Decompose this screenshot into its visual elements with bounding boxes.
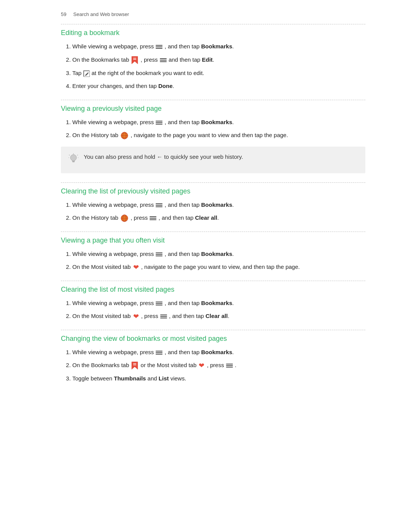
tip-box: You can also press and hold ← to quickly… [61,147,365,173]
section-viewing-often: Viewing a page that you often visit Whil… [61,232,365,272]
section-title-viewing-previously: Viewing a previously visited page [61,105,365,113]
editing-bookmark-steps: While viewing a webpage, press , and the… [72,42,365,91]
globe-history-icon-2 [121,214,128,222]
section-editing-bookmark: Editing a bookmark While viewing a webpa… [61,24,365,91]
section-clearing-most-visited: Clearing the list of most visited pages … [61,281,365,321]
heart-icon-2: ❤ [133,313,139,320]
svg-rect-11 [72,160,75,161]
tip-text: You can also press and hold ← to quickly… [84,153,243,161]
bookmarks-bold-6: Bookmarks [201,349,233,355]
step-1-4: Enter your changes, and then tap Done. [72,82,365,91]
bookmarks-bold-3: Bookmarks [201,201,233,208]
clear-all-bold: Clear all [195,214,217,221]
edit-pencil-icon [83,70,89,77]
step-1-3: Tap at the right of the bookmark you wan… [72,69,365,78]
section-label: Search and Web browser [73,11,129,17]
step-2-2: On the History tab , navigate to the pag… [72,131,365,140]
bookmark-tab-icon [131,56,138,64]
menu-icon-8 [160,313,167,320]
section-viewing-previously: Viewing a previously visited page While … [61,100,365,173]
svg-point-10 [70,155,76,161]
svg-marker-24 [132,362,138,369]
bookmarks-bold-5: Bookmarks [201,300,233,306]
step-4-1: While viewing a webpage, press , and the… [72,250,365,259]
clearing-previously-steps: While viewing a webpage, press , and the… [72,201,365,222]
svg-rect-25 [133,363,136,364]
page-header: 59 Search and Web browser [61,11,365,17]
list-bold: List [159,375,169,382]
step-6-1: While viewing a webpage, press , and the… [72,348,365,357]
svg-rect-1 [133,58,136,59]
svg-line-14 [69,155,70,155]
section-title-clearing-previously: Clearing the list of previously visited … [61,187,365,195]
section-changing-view: Changing the view of bookmarks or most v… [61,330,365,383]
menu-icon-5 [150,215,156,221]
step-5-2: On the Most visited tab ❤ , press , and … [72,312,365,321]
heart-icon-3: ❤ [199,362,204,369]
section-title-changing-view: Changing the view of bookmarks or most v… [61,335,365,343]
bookmarks-bold: Bookmarks [201,43,233,50]
bookmark-tab-icon-2 [131,361,138,370]
step-6-2: On the Bookmarks tab or the Most visited… [72,361,365,370]
svg-line-15 [77,155,78,155]
done-bold: Done [158,83,173,89]
step-3-2: On the History tab , press , and then ta… [72,214,365,222]
heart-icon: ❤ [133,264,139,271]
clear-all-bold-2: Clear all [206,313,228,319]
menu-icon-9 [156,350,162,356]
step-1-1: While viewing a webpage, press , and the… [72,42,365,51]
viewing-previously-steps: While viewing a webpage, press , and the… [72,118,365,140]
svg-marker-0 [132,56,138,64]
globe-history-icon [121,132,128,139]
menu-icon-3 [156,120,162,126]
section-clearing-previously: Clearing the list of previously visited … [61,182,365,222]
thumbnails-bold: Thumbnails [114,375,146,382]
viewing-often-steps: While viewing a webpage, press , and the… [72,250,365,272]
step-3-1: While viewing a webpage, press , and the… [72,201,365,209]
step-6-3: Toggle between Thumbnails and List views… [72,374,365,383]
step-1-2: On the Bookmarks tab , press and then ta… [72,56,365,64]
svg-rect-2 [133,59,136,60]
menu-icon-6 [156,251,162,257]
step-4-2: On the Most visited tab ❤ , navigate to … [72,263,365,272]
svg-rect-26 [133,365,136,366]
section-title-viewing-often: Viewing a page that you often visit [61,236,365,244]
step-5-1: While viewing a webpage, press , and the… [72,299,365,308]
section-title-editing-bookmark: Editing a bookmark [61,29,365,37]
clearing-most-visited-steps: While viewing a webpage, press , and the… [72,299,365,321]
changing-view-steps: While viewing a webpage, press , and the… [72,348,365,383]
menu-icon-4 [156,202,162,208]
lightbulb-icon [68,153,78,167]
step-2-1: While viewing a webpage, press , and the… [72,118,365,127]
bookmarks-bold-2: Bookmarks [201,119,233,125]
menu-icon [156,44,162,50]
section-title-clearing-most-visited: Clearing the list of most visited pages [61,286,365,294]
menu-icon-10 [226,363,233,369]
menu-icon-7 [156,300,162,307]
bookmarks-bold-4: Bookmarks [201,251,233,257]
page-number: 59 [61,11,66,17]
page-container: 59 Search and Web browser Editing a book… [0,0,411,413]
menu-icon-2 [160,57,167,63]
svg-rect-12 [72,161,75,162]
edit-bold: Edit [202,56,213,63]
